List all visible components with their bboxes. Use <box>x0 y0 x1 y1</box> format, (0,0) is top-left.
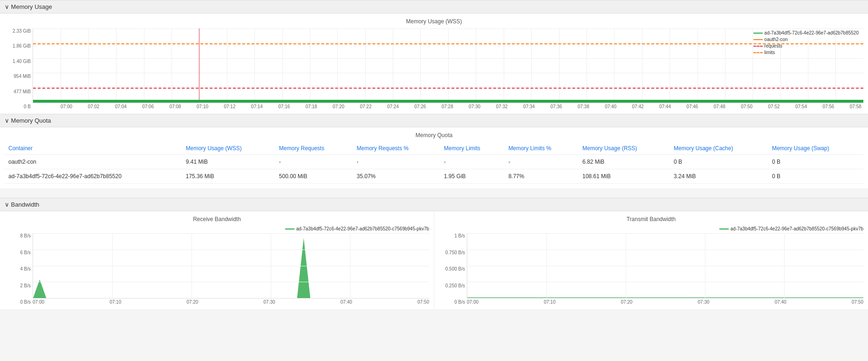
legend-line-oauth2 <box>753 39 763 40</box>
svg-marker-1 <box>291 238 350 298</box>
row2-cache: 3.24 MiB <box>670 169 768 184</box>
green-baseline <box>33 100 863 103</box>
col-rss[interactable]: Memory Usage (RSS) <box>579 142 670 155</box>
col-container[interactable]: Container <box>5 142 182 155</box>
col-limits-pct[interactable]: Memory Limits % <box>505 142 579 155</box>
row1-rss: 6.82 MiB <box>579 155 670 169</box>
quota-table-container: Memory Quota Container Memory Usage (WSS… <box>0 127 868 188</box>
transmit-bandwidth-title: Transmit Bandwidth <box>439 216 863 222</box>
col-limits[interactable]: Memory Limits <box>440 142 505 155</box>
memory-usage-chart-area: 2.33 GiB 1.86 GiB 1.40 GiB 954 MiB 477 M… <box>5 28 863 109</box>
transmit-bandwidth-legend: ad-7a3b4df5-72c6-4e22-96e7-ad62b7b85520-… <box>439 226 863 231</box>
col-wss[interactable]: Memory Usage (WSS) <box>182 142 275 155</box>
quota-table-title: Memory Quota <box>5 132 863 139</box>
transmit-legend-line <box>719 229 729 229</box>
row1-requests: - <box>275 155 353 169</box>
memory-usage-legend: ad-7a3b4df5-72c6-4e22-96e7-ad62b7b85520 … <box>753 30 859 55</box>
row1-cache: 0 B <box>670 155 768 169</box>
row1-limits-pct: - <box>505 155 579 169</box>
receive-legend-label: ad-7a3b4df5-72c6-4e22-96e7-ad62b7b85520-… <box>296 226 429 231</box>
receive-chart-area: 8 B/s 6 B/s 4 B/s 2 B/s 0 B/s <box>5 233 429 305</box>
col-cache[interactable]: Memory Usage (Cache) <box>670 142 768 155</box>
memory-usage-chart-title: Memory Usage (WSS) <box>5 18 863 25</box>
col-requests-pct[interactable]: Memory Requests % <box>353 142 440 155</box>
row1-swap: 0 B <box>768 155 863 169</box>
legend-item-limits: limits <box>753 50 859 55</box>
transmit-bandwidth-chart: Transmit Bandwidth ad-7a3b4df5-72c6-4e22… <box>434 211 868 309</box>
receive-y-axis: 8 B/s 6 B/s 4 B/s 2 B/s 0 B/s <box>5 233 33 305</box>
receive-legend-line <box>285 229 294 229</box>
memory-quota-section: ∨ Memory Quota Memory Quota Container Me… <box>0 114 868 188</box>
row2-limits-pct: 8.77% <box>505 169 579 184</box>
row2-rss: 108.61 MiB <box>579 169 670 184</box>
transmit-y-axis: 1 B/s 0.750 B/s 0.500 B/s 0.250 B/s 0 B/… <box>439 233 467 305</box>
receive-x-axis: 07:00 07:10 07:20 07:30 07:40 07:50 <box>33 299 429 305</box>
memory-quota-header[interactable]: ∨ Memory Quota <box>0 114 868 127</box>
row2-requests: 500.00 MiB <box>275 169 353 184</box>
memory-usage-section: ∨ Memory Usage Memory Usage (WSS) 2.33 G… <box>0 0 868 114</box>
row2-swap: 0 B <box>768 169 863 184</box>
transmit-chart-area: 1 B/s 0.750 B/s 0.500 B/s 0.250 B/s 0 B/… <box>439 233 863 305</box>
row1-limits: - <box>440 155 505 169</box>
bandwidth-header[interactable]: ∨ Bandwidth <box>0 198 868 211</box>
memory-usage-y-axis: 2.33 GiB 1.86 GiB 1.40 GiB 954 MiB 477 M… <box>5 28 33 109</box>
row2-requests-pct: 35.07% <box>353 169 440 184</box>
legend-item-requests: requests <box>753 43 859 49</box>
col-swap[interactable]: Memory Usage (Swap) <box>768 142 863 155</box>
legend-item-ad7a: ad-7a3b4df5-72c6-4e22-96e7-ad62b7b85520 <box>753 30 859 35</box>
transmit-legend-label: ad-7a3b4df5-72c6-4e22-96e7-ad62b7b85520-… <box>731 226 863 231</box>
row2-limits: 1.95 GiB <box>440 169 505 184</box>
bandwidth-section: ∨ Bandwidth Receive Bandwidth ad-7a3b4df… <box>0 198 868 309</box>
legend-line-ad7a <box>753 33 763 34</box>
row1-container: oauth2-con <box>5 155 182 169</box>
memory-usage-plot: ad-7a3b4df5-72c6-4e22-96e7-ad62b7b85520 … <box>33 28 863 103</box>
table-row: ad-7a3b4df5-72c6-4e22-96e7-ad62b7b85520 … <box>5 169 863 184</box>
table-row: oauth2-con 9.41 MiB - - - - 6.82 MiB 0 B… <box>5 155 863 169</box>
wss-orange-line <box>33 43 863 44</box>
transmit-x-axis: 07:00 07:10 07:20 07:30 07:40 07:50 <box>467 299 863 305</box>
time-marker <box>199 28 199 103</box>
legend-line-requests <box>753 46 763 47</box>
receive-bandwidth-title: Receive Bandwidth <box>5 216 429 222</box>
memory-usage-chart-container: Memory Usage (WSS) 2.33 GiB 1.86 GiB 1.4… <box>0 14 868 114</box>
col-requests[interactable]: Memory Requests <box>275 142 353 155</box>
transmit-plot <box>467 233 863 299</box>
wss-red-line <box>33 88 863 89</box>
row1-wss: 9.41 MiB <box>182 155 275 169</box>
legend-line-limits <box>753 52 763 53</box>
row2-container: ad-7a3b4df5-72c6-4e22-96e7-ad62b7b85520 <box>5 169 182 184</box>
row1-requests-pct: - <box>353 155 440 169</box>
memory-usage-x-axis: 07:00 07:02 07:04 07:06 07:08 07:10 07:1… <box>33 104 863 109</box>
memory-usage-header[interactable]: ∨ Memory Usage <box>0 0 868 14</box>
receive-plot <box>33 233 429 299</box>
row2-wss: 175.36 MiB <box>182 169 275 184</box>
table-header-row: Container Memory Usage (WSS) Memory Requ… <box>5 142 863 155</box>
legend-item-oauth2: oauth2-con <box>753 37 859 42</box>
receive-bandwidth-legend: ad-7a3b4df5-72c6-4e22-96e7-ad62b7b85520-… <box>5 226 429 231</box>
receive-bandwidth-chart: Receive Bandwidth ad-7a3b4df5-72c6-4e22-… <box>0 211 434 309</box>
bandwidth-charts: Receive Bandwidth ad-7a3b4df5-72c6-4e22-… <box>0 211 868 309</box>
memory-quota-table: Container Memory Usage (WSS) Memory Requ… <box>5 142 863 184</box>
